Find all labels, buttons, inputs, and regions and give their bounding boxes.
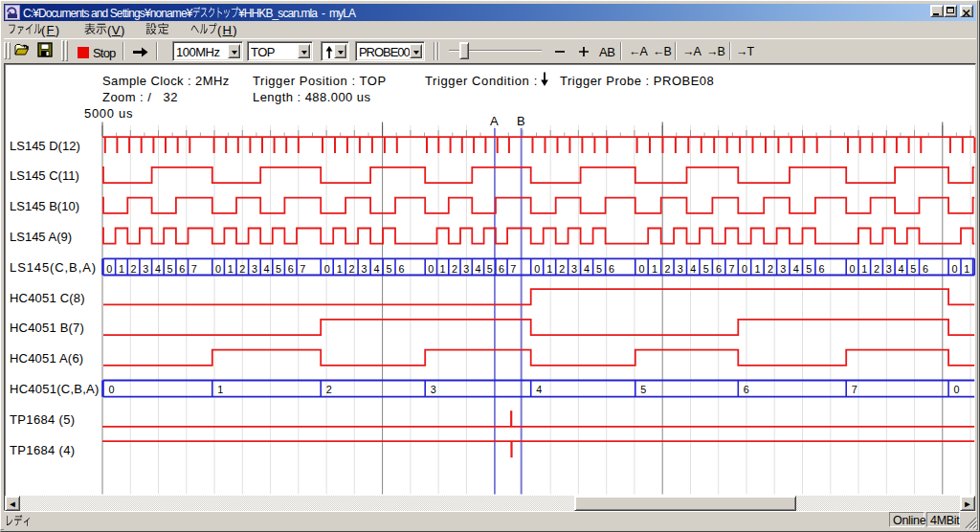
svg-text:3: 3 [571,263,577,275]
svg-text:5: 5 [276,263,281,275]
svg-text:1: 1 [546,263,552,275]
svg-text:3: 3 [252,263,257,275]
svg-text:5: 5 [487,263,493,275]
svg-text:6: 6 [288,263,294,275]
svg-text:2: 2 [349,263,355,275]
svg-text:7: 7 [300,263,305,275]
svg-text:1: 1 [964,263,969,275]
svg-text:4: 4 [898,263,903,275]
svg-text:5: 5 [703,263,709,275]
svg-text:2: 2 [326,384,332,395]
svg-text:0: 0 [534,263,540,275]
svg-text:6: 6 [179,263,185,275]
svg-text:0: 0 [215,263,221,275]
svg-text:5: 5 [386,263,391,275]
svg-text:0: 0 [951,263,957,275]
svg-text:6: 6 [609,263,614,275]
svg-text:5: 5 [596,263,602,275]
svg-text:4: 4 [536,384,542,395]
svg-text:1: 1 [228,263,234,275]
svg-text:4: 4 [155,263,161,275]
svg-text:2: 2 [452,263,457,275]
svg-text:4: 4 [793,263,799,275]
svg-text:6: 6 [716,263,722,275]
svg-text:2: 2 [768,263,773,275]
svg-text:2: 2 [664,263,670,275]
svg-text:7: 7 [729,263,735,275]
svg-text:4: 4 [263,263,269,275]
svg-text:5: 5 [640,384,646,395]
svg-text:5: 5 [806,263,812,275]
svg-text:0: 0 [106,263,112,275]
svg-text:2: 2 [239,263,245,275]
svg-text:5: 5 [910,263,916,275]
svg-text:6: 6 [499,263,504,275]
svg-text:3: 3 [780,263,786,275]
svg-text:3: 3 [431,384,436,395]
svg-text:1: 1 [652,263,657,275]
svg-text:0: 0 [742,263,747,275]
svg-text:0: 0 [850,263,856,275]
svg-text:3: 3 [143,263,148,275]
svg-text:6: 6 [923,263,928,275]
svg-text:1: 1 [337,263,343,275]
svg-text:2: 2 [559,263,565,275]
svg-text:2: 2 [874,263,880,275]
svg-text:1: 1 [119,263,124,275]
svg-text:2: 2 [131,263,137,275]
svg-text:1: 1 [754,263,760,275]
svg-text:0: 0 [954,384,960,395]
svg-text:6: 6 [819,263,825,275]
svg-text:7: 7 [852,384,858,395]
svg-text:1: 1 [861,263,867,275]
svg-text:3: 3 [678,263,683,275]
svg-text:6: 6 [744,384,749,395]
svg-text:0: 0 [324,263,330,275]
svg-text:7: 7 [191,263,197,275]
svg-text:3: 3 [463,263,469,275]
svg-text:7: 7 [510,263,516,275]
svg-text:0: 0 [109,384,115,395]
svg-text:6: 6 [398,263,404,275]
svg-text:4: 4 [374,263,380,275]
svg-text:4: 4 [584,263,590,275]
svg-text:0: 0 [428,263,434,275]
svg-text:4: 4 [475,263,480,275]
svg-text:5: 5 [167,263,172,275]
svg-text:1: 1 [217,384,223,395]
svg-text:0: 0 [638,263,644,275]
svg-text:3: 3 [886,263,892,275]
svg-text:1: 1 [440,263,446,275]
svg-text:3: 3 [362,263,368,275]
svg-text:4: 4 [690,263,696,275]
